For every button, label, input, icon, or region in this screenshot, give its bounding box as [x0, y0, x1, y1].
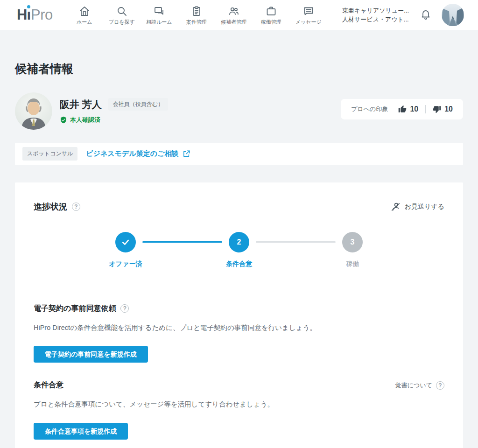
candidate-photo-icon [15, 92, 52, 130]
project-link[interactable]: ビジネスモデル策定のご相談 [86, 149, 190, 158]
account-avatar[interactable] [442, 4, 464, 26]
check-icon [121, 238, 130, 247]
step-number: 2 [229, 232, 249, 252]
main-nav: ホーム プロを探す 相談ルーム 案件管理 [66, 5, 327, 26]
page-title: 候補者情報 [15, 30, 463, 76]
nav-item-find-pro[interactable]: プロを探す [103, 5, 141, 26]
agreement-section: 条件合意 覚書について プロと条件合意事項について、メッセージ等を活用してすり合… [34, 380, 444, 440]
impression-label: プロへの印象 [351, 105, 388, 113]
divider [425, 105, 426, 113]
nav-label: ホーム [77, 19, 92, 26]
verified-shield-icon [60, 116, 67, 124]
agreement-description: プロと条件合意事項について、メッセージ等を活用してすり合わせましょう。 [34, 399, 444, 410]
thumb-down-icon [433, 105, 441, 113]
nav-item-home[interactable]: ホーム [66, 5, 103, 26]
app-header: HıPro ホーム プロを探す 相談ルーム [0, 0, 478, 30]
step-label: 条件合意 [226, 260, 252, 268]
nav-item-candidate-management[interactable]: 候補者管理 [215, 5, 253, 26]
dislikes-count: 10 [444, 105, 453, 113]
candidate-name: 阪井 芳人 [60, 98, 102, 111]
chat-icon [154, 6, 165, 17]
progress-stepper: オファー済 2 条件合意 3 稼働 [115, 232, 363, 282]
thumbs-up-count[interactable]: 10 [398, 105, 418, 113]
main-content: 候補者情報 阪井 芳人 会社員（役員含む） [0, 30, 478, 448]
impression-summary: プロへの印象 10 10 [341, 99, 463, 119]
nav-item-message[interactable]: メッセージ [290, 5, 327, 26]
project-type-tag: スポットコンサル [22, 147, 77, 161]
project-link-label: ビジネスモデル策定のご相談 [86, 149, 178, 158]
bell-icon [420, 8, 431, 20]
nav-item-project-management[interactable]: 案件管理 [178, 5, 215, 26]
home-icon [79, 6, 90, 17]
step-label: 稼働 [346, 260, 359, 268]
nav-label: 候補者管理 [221, 19, 246, 26]
step-number: 3 [342, 232, 363, 252]
nav-label: 相談ルーム [146, 19, 172, 26]
decline-label: お見送りする [405, 203, 444, 211]
step-label: オファー済 [109, 260, 142, 268]
account-line2: 人材サービス・アウト... [342, 15, 409, 24]
econtract-section: 電子契約の事前同意依頼 HiPro Directの条件合意機能を活用するために、… [34, 304, 444, 363]
create-agreement-button[interactable]: 条件合意事項を新規作成 [34, 423, 128, 440]
progress-title: 進捗状況 [34, 201, 67, 212]
econtract-description: HiPro Directの条件合意機能を活用するために、プロと電子契約の事前同意… [34, 323, 444, 333]
likes-count: 10 [410, 105, 418, 113]
candidate-avatar [15, 92, 52, 130]
building-photo-icon [442, 4, 464, 26]
nav-item-consult-room[interactable]: 相談ルーム [141, 5, 178, 26]
nav-label: メッセージ [295, 19, 322, 26]
decline-candidate-button[interactable]: お見送りする [390, 202, 444, 212]
nav-label: プロを探す [109, 19, 135, 26]
briefcase-icon [266, 6, 277, 17]
search-icon [116, 6, 127, 17]
logo-i-dot: ı [27, 7, 31, 23]
nav-label: 案件管理 [186, 19, 207, 26]
candidate-profile: 阪井 芳人 会社員（役員含む） 本人確認済 プロへの印象 10 [15, 92, 463, 130]
memo-help-label: 覚書について [395, 381, 432, 390]
hipro-logo[interactable]: HıPro [17, 7, 53, 23]
logo-text: H [17, 7, 27, 23]
account-company-name: 東亜キャリアソリュー... 人材サービス・アウト... [342, 6, 409, 24]
verified-label: 本人確認済 [70, 116, 100, 124]
identity-verified: 本人確認済 [60, 116, 168, 124]
account-line1: 東亜キャリアソリュー... [342, 6, 409, 15]
step-offered: オファー済 [115, 232, 136, 252]
step-connector [142, 241, 222, 243]
people-icon [228, 6, 239, 17]
progress-card: 進捗状況 お見送りする オファー済 [15, 182, 463, 448]
step-agreement: 2 条件合意 [229, 232, 249, 252]
logo-text-pro: Pro [31, 7, 53, 23]
nav-label: 稼働管理 [261, 19, 281, 26]
step-working: 3 稼働 [342, 232, 363, 252]
candidate-info: 阪井 芳人 会社員（役員含む） 本人確認済 [60, 92, 168, 124]
econtract-title: 電子契約の事前同意依頼 [34, 304, 116, 314]
step-connector [256, 241, 336, 243]
project-strip: スポットコンサル ビジネスモデル策定のご相談 [15, 143, 463, 165]
econtract-help-icon[interactable] [120, 304, 129, 313]
memo-help-icon[interactable] [436, 381, 444, 390]
agreement-title: 条件合意 [34, 380, 63, 390]
thumbs-down-count[interactable]: 10 [433, 105, 453, 113]
notification-bell-button[interactable] [420, 8, 431, 21]
progress-help-icon[interactable] [72, 203, 80, 211]
nav-item-operation-management[interactable]: 稼働管理 [253, 5, 290, 26]
clipboard-icon [191, 6, 202, 17]
message-icon [303, 6, 314, 17]
create-econtract-consent-button[interactable]: 電子契約の事前同意を新規作成 [34, 346, 148, 363]
person-off-icon [390, 202, 401, 212]
employment-badge: 会社員（役員含む） [108, 98, 168, 111]
memo-help[interactable]: 覚書について [395, 381, 444, 390]
external-link-icon [183, 150, 190, 158]
thumb-up-icon [398, 105, 407, 113]
